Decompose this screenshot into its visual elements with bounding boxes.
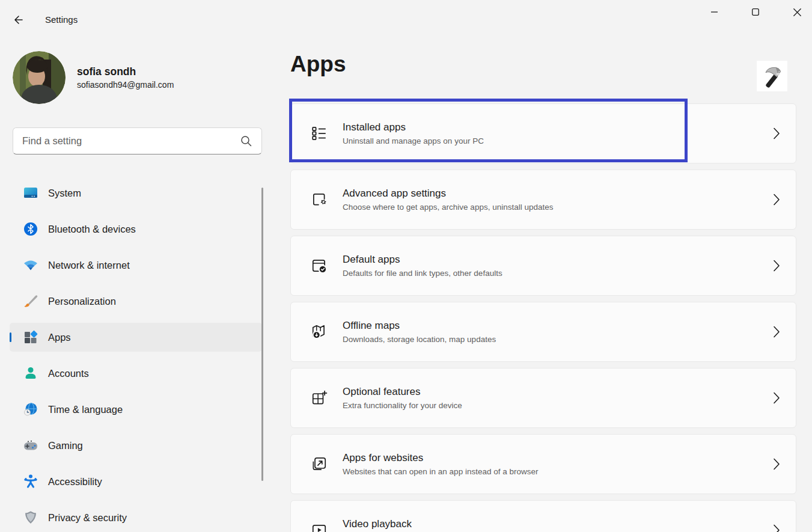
apps-for-websites-icon — [310, 455, 328, 473]
chevron-right-icon — [773, 326, 780, 338]
window-title: Settings — [45, 14, 78, 25]
card-subtitle: Websites that can open in an app instead… — [343, 466, 538, 478]
settings-window: Settings — [0, 0, 812, 532]
sidebar: sofia sondh sofiasondh94@gmail.com — [0, 29, 276, 532]
settings-card-optional-features[interactable]: Optional features Extra functionality fo… — [290, 368, 796, 428]
settings-card-apps-for-websites[interactable]: Apps for websites Websites that can open… — [290, 434, 796, 494]
sidebar-item-label: Accessibility — [48, 476, 102, 488]
card-title: Apps for websites — [343, 451, 538, 465]
card-title: Offline maps — [343, 319, 496, 332]
search-box — [13, 127, 262, 154]
main-content: Apps — [290, 0, 796, 532]
advanced-app-settings-icon — [310, 191, 328, 209]
hammer-cursor-icon — [757, 61, 787, 91]
sidebar-item-network[interactable]: Network & internet — [10, 251, 262, 280]
sidebar-item-label: System — [48, 188, 81, 199]
default-apps-icon — [310, 257, 328, 275]
sidebar-item-label: Apps — [48, 332, 71, 343]
profile-text: sofia sondh sofiasondh94@gmail.com — [77, 64, 174, 91]
card-text: Default apps Defaults for file and link … — [343, 252, 502, 280]
sidebar-item-system[interactable]: System — [10, 179, 262, 207]
sidebar-item-label: Accounts — [48, 368, 89, 379]
sidebar-item-accounts[interactable]: Accounts — [10, 359, 262, 388]
chevron-right-icon — [773, 194, 780, 206]
settings-card-offline-maps[interactable]: Offline maps Downloads, storage location… — [290, 302, 796, 362]
sidebar-item-label: Privacy & security — [48, 512, 127, 524]
chevron-right-icon — [773, 524, 780, 532]
card-text: Optional features Extra functionality fo… — [343, 385, 462, 412]
sidebar-item-apps[interactable]: Apps — [10, 323, 262, 352]
card-text: Apps for websites Websites that can open… — [343, 451, 538, 478]
card-text: Advanced app settings Choose where to ge… — [343, 186, 553, 213]
sidebar-item-bluetooth[interactable]: Bluetooth & devices — [10, 215, 262, 243]
chevron-right-icon — [773, 458, 780, 470]
back-button[interactable] — [8, 11, 28, 29]
sidebar-nav: System Bluetooth & devices — [10, 179, 262, 532]
selected-accent-bar — [10, 332, 11, 342]
back-arrow-icon — [12, 14, 24, 26]
sidebar-item-label: Time & language — [48, 404, 123, 415]
card-title: Optional features — [343, 385, 462, 399]
search-icon — [240, 135, 253, 148]
page-title: Apps — [290, 50, 346, 78]
sidebar-item-label: Bluetooth & devices — [48, 224, 136, 235]
sidebar-item-label: Personalization — [48, 296, 116, 307]
privacy-security-icon — [23, 510, 38, 525]
sidebar-scrollbar[interactable] — [261, 188, 263, 481]
card-title: Video playback — [343, 517, 412, 531]
chevron-right-icon — [773, 127, 780, 139]
card-text: Installed apps Uninstall and manage apps… — [343, 120, 484, 147]
search-input[interactable] — [13, 135, 240, 147]
sidebar-item-label: Network & internet — [48, 260, 130, 271]
personalization-icon — [23, 293, 38, 309]
settings-card-advanced-app-settings[interactable]: Advanced app settings Choose where to ge… — [290, 170, 796, 230]
card-subtitle: Extra functionality for your device — [343, 400, 462, 412]
apps-icon — [23, 329, 38, 345]
installed-apps-icon — [310, 124, 328, 142]
gaming-icon — [23, 438, 38, 453]
system-icon — [23, 185, 38, 201]
card-text: Video playback — [343, 517, 412, 532]
sidebar-item-accessibility[interactable]: Accessibility — [10, 467, 262, 496]
sidebar-item-label: Gaming — [48, 440, 83, 451]
user-profile[interactable]: sofia sondh sofiasondh94@gmail.com — [13, 51, 253, 104]
accounts-icon — [23, 365, 38, 381]
sidebar-item-gaming[interactable]: Gaming — [10, 431, 262, 460]
accessibility-icon — [23, 474, 38, 489]
card-title: Default apps — [343, 252, 502, 266]
avatar — [13, 51, 66, 104]
sidebar-item-privacy-security[interactable]: Privacy & security — [10, 503, 262, 532]
card-text: Offline maps Downloads, storage location… — [343, 319, 496, 346]
settings-card-video-playback[interactable]: Video playback — [290, 500, 796, 532]
time-language-icon — [23, 402, 38, 417]
offline-maps-icon — [310, 323, 328, 341]
network-icon — [23, 257, 38, 273]
sidebar-item-personalization[interactable]: Personalization — [10, 287, 262, 316]
profile-email: sofiasondh94@gmail.com — [77, 79, 174, 91]
bluetooth-icon — [23, 221, 38, 237]
settings-card-list: Installed apps Uninstall and manage apps… — [290, 103, 796, 532]
chevron-right-icon — [773, 392, 780, 404]
video-playback-icon — [310, 521, 328, 532]
card-title: Advanced app settings — [343, 186, 553, 200]
card-subtitle: Choose where to get apps, archive apps, … — [343, 201, 553, 213]
settings-card-default-apps[interactable]: Default apps Defaults for file and link … — [290, 236, 796, 296]
profile-name: sofia sondh — [77, 64, 174, 79]
chevron-right-icon — [773, 260, 780, 272]
settings-card-installed-apps[interactable]: Installed apps Uninstall and manage apps… — [290, 103, 796, 164]
optional-features-icon — [310, 389, 328, 407]
sidebar-item-time-language[interactable]: Time & language — [10, 395, 262, 424]
card-subtitle: Uninstall and manage apps on your PC — [343, 135, 484, 147]
card-subtitle: Defaults for file and link types, other … — [343, 268, 502, 280]
card-subtitle: Downloads, storage location, map updates — [343, 334, 496, 346]
card-title: Installed apps — [343, 120, 484, 134]
